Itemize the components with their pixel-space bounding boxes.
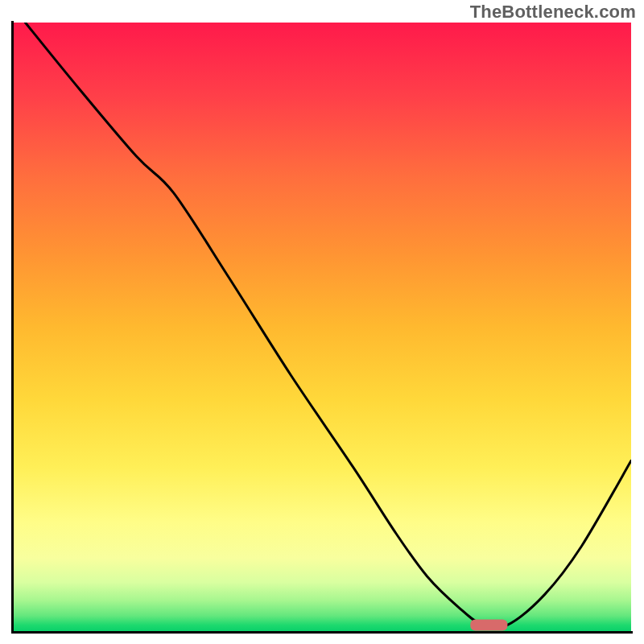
x-axis [11,631,633,634]
bottleneck-curve [25,23,631,628]
chart-stage: TheBottleneck.com [0,0,644,644]
optimal-region-marker [470,619,507,630]
chart-svg [13,23,631,631]
chart-plot-area [13,23,631,631]
y-axis [11,21,14,633]
watermark-text: TheBottleneck.com [470,2,636,23]
